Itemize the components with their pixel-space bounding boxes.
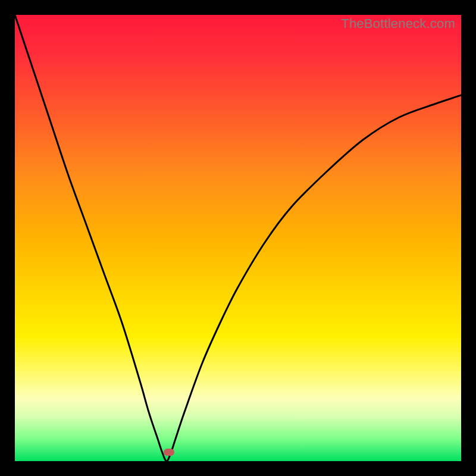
optimal-point-marker: [164, 449, 174, 456]
chart-frame: TheBottleneck.com: [0, 0, 476, 476]
plot-area: TheBottleneck.com: [15, 15, 461, 461]
bottleneck-curve: [15, 15, 461, 461]
